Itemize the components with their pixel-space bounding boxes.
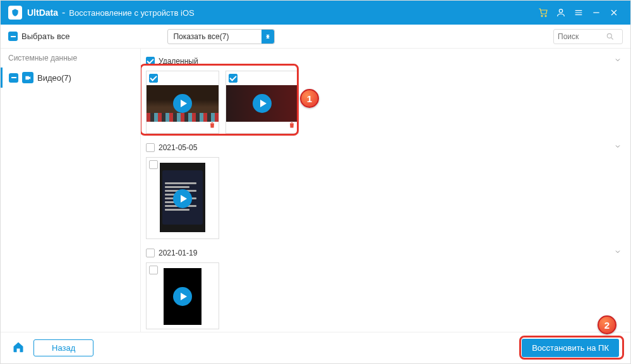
thumbs-row [146,68,622,140]
sidebar-item-label: Видео(7) [37,73,71,83]
trash-icon [288,120,296,131]
home-button[interactable] [12,341,25,356]
play-icon [173,287,192,306]
checkbox-indeterminate-icon [8,32,18,41]
trash-icon [208,120,216,131]
thumb-checkbox[interactable] [149,74,158,83]
group-header-deleted[interactable]: Удаленный [146,54,622,68]
cart-icon[interactable] [534,4,552,21]
select-all-checkbox[interactable]: Выбрать все [8,32,69,41]
group-checkbox[interactable] [146,143,155,152]
svg-point-3 [607,33,611,38]
group-title: 2021-01-19 [159,249,197,257]
search-input[interactable] [553,29,623,44]
thumb-checkbox[interactable] [229,74,237,83]
app-subtitle: Восстановление с устройств iOS [69,8,194,18]
main-content: 1 Удаленный 2021-05-05 [141,49,630,332]
app-logo [8,6,22,20]
chevron-down-icon[interactable] [614,248,622,257]
thumbs-row [146,155,622,245]
group-title: 2021-05-05 [159,143,197,152]
sidebar-header: Системные данные [1,49,140,68]
select-all-label: Выбрать все [21,32,69,41]
search-field[interactable] [558,32,606,41]
chevron-down-icon[interactable] [614,56,622,66]
dropdown-arrow-icon [261,30,274,44]
title-separator: - [62,7,65,18]
video-thumb[interactable] [146,262,219,329]
group-title: Удаленный [159,57,198,66]
checkbox-indeterminate-icon [9,73,18,83]
svg-point-0 [541,15,543,16]
thumb-image [147,160,219,235]
close-icon[interactable] [605,4,623,21]
menu-icon[interactable] [570,4,587,21]
sidebar: Системные данные Видео(7) [1,49,141,332]
filter-label: Показать все(7) [168,32,261,41]
svg-point-1 [545,15,546,16]
thumb-image [147,85,219,122]
annotation-badge-2: 2 [598,315,616,334]
thumb-checkbox[interactable] [149,160,158,169]
thumb-image [147,267,219,326]
sidebar-item-video[interactable]: Видео(7) [1,68,140,88]
recover-button[interactable]: Восстановить на ПК [522,339,619,357]
filter-dropdown[interactable]: Показать все(7) [167,29,275,44]
app-name: UltData [27,8,58,18]
body: Системные данные Видео(7) 1 Удаленный [1,49,630,332]
play-icon [173,189,192,208]
footer: Назад Восстановить на ПК 2 [1,332,630,363]
chevron-down-icon[interactable] [614,143,622,152]
video-icon [22,72,33,83]
svg-point-2 [559,9,562,13]
video-thumb[interactable] [146,157,219,239]
play-icon [173,94,192,113]
back-button[interactable]: Назад [33,339,93,356]
search-icon [606,32,615,41]
group-checkbox[interactable] [146,249,155,257]
thumb-checkbox[interactable] [149,266,158,274]
group-checkbox[interactable] [146,57,155,66]
annotation-badge-1: 1 [300,89,319,108]
toolbar: Выбрать все Показать все(7) [1,25,630,49]
group-header-date[interactable]: 2021-05-05 [146,140,622,155]
minimize-icon[interactable] [587,4,605,21]
play-icon [253,94,272,113]
user-icon[interactable] [552,4,570,21]
group-header-date[interactable]: 2021-01-19 [146,245,622,260]
video-thumb[interactable] [225,71,299,134]
thumbs-row [146,260,622,332]
thumb-image [226,85,298,122]
titlebar: UltData - Восстановление с устройств iOS [1,1,630,25]
video-thumb[interactable] [146,71,219,134]
